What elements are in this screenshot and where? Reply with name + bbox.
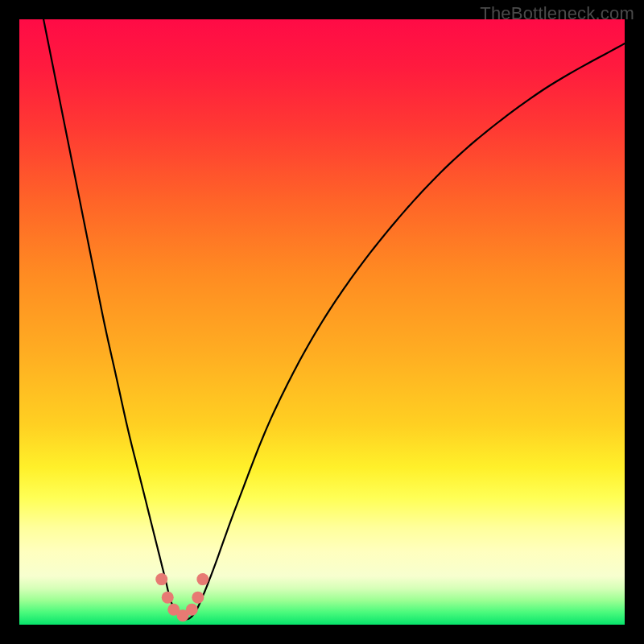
bottleneck-chart [19, 19, 625, 625]
marker-dot [196, 573, 208, 585]
marker-dot [155, 573, 167, 585]
marker-dot [162, 592, 174, 604]
marker-dot [186, 604, 198, 616]
bottleneck-markers [155, 573, 208, 621]
marker-dot [192, 592, 204, 604]
watermark-text: TheBottleneck.com [480, 3, 634, 24]
bottleneck-curve [43, 19, 625, 619]
